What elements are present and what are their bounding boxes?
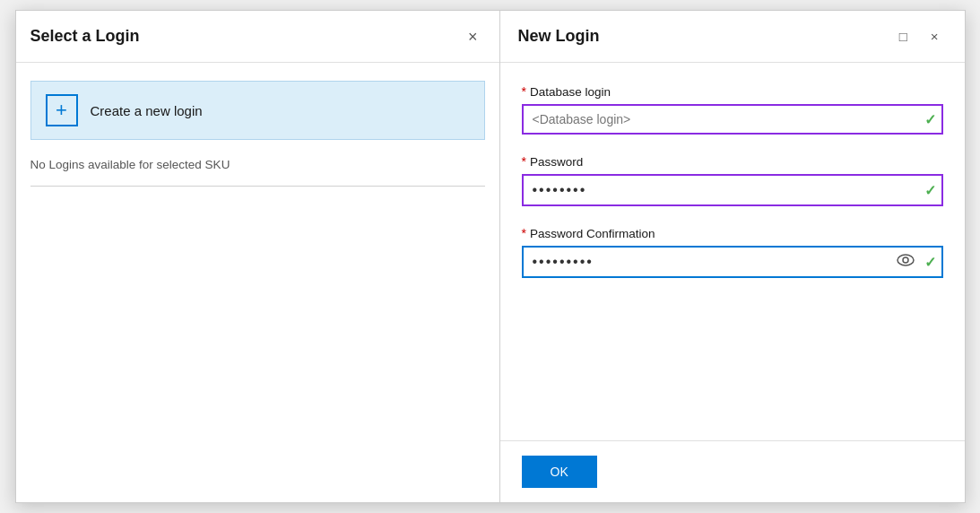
svg-point-0 <box>898 255 914 265</box>
right-panel-body: * Database login ✓ * Password ✓ <box>500 63 965 440</box>
create-login-label: Create a new login <box>91 103 203 118</box>
password-confirmation-input[interactable] <box>522 246 943 278</box>
left-panel: Select a Login × + Create a new login No… <box>16 11 500 502</box>
ok-button[interactable]: OK <box>522 456 597 488</box>
eye-icon[interactable] <box>897 254 915 270</box>
password-label: * Password <box>522 154 943 169</box>
database-login-check-icon: ✓ <box>924 111 936 128</box>
password-confirmation-check-icon: ✓ <box>924 254 936 271</box>
password-confirmation-label: * Password Confirmation <box>522 226 943 240</box>
password-confirmation-input-wrapper: ✓ <box>522 246 943 278</box>
password-input[interactable] <box>522 174 943 206</box>
minimize-button[interactable]: □ <box>891 24 915 48</box>
right-header-actions: □ × <box>891 24 947 48</box>
create-login-item[interactable]: + Create a new login <box>30 81 485 140</box>
password-input-wrapper: ✓ <box>522 174 943 206</box>
password-group: * Password ✓ <box>522 154 943 206</box>
no-logins-text: No Logins available for selected SKU <box>30 158 485 171</box>
database-login-label: * Database login <box>522 84 943 99</box>
left-panel-header: Select a Login × <box>16 11 499 63</box>
database-login-input-wrapper: ✓ <box>522 104 943 135</box>
left-panel-body: + Create a new login No Logins available… <box>16 63 499 502</box>
required-star-2: * <box>522 154 526 169</box>
password-check-icon: ✓ <box>924 182 936 199</box>
left-close-button[interactable]: × <box>461 25 485 48</box>
svg-point-1 <box>903 257 908 263</box>
plus-icon: + <box>46 94 78 126</box>
divider <box>30 186 485 187</box>
database-login-input[interactable] <box>522 104 943 135</box>
required-star-1: * <box>522 84 526 99</box>
database-login-group: * Database login ✓ <box>522 84 943 135</box>
dialog-wrapper: Select a Login × + Create a new login No… <box>15 10 966 503</box>
right-panel-footer: OK <box>500 440 965 502</box>
right-panel: New Login □ × * Database login ✓ <box>500 11 965 502</box>
right-panel-header: New Login □ × <box>500 11 965 63</box>
password-confirmation-group: * Password Confirmation ✓ <box>522 226 943 278</box>
left-panel-title: Select a Login <box>30 27 140 46</box>
required-star-3: * <box>522 226 526 240</box>
right-panel-title: New Login <box>518 27 600 46</box>
right-close-button[interactable]: × <box>923 25 947 48</box>
